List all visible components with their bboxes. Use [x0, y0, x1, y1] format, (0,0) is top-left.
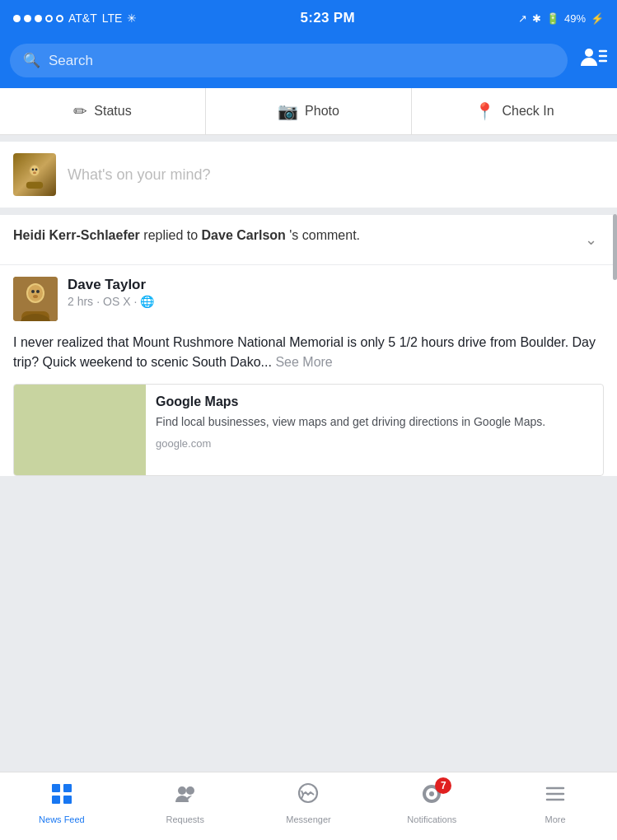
requests-label: Requests [166, 814, 203, 824]
svg-rect-19 [63, 784, 72, 792]
svg-point-6 [32, 169, 35, 171]
sync-icon: ✳ [127, 12, 137, 25]
more-label: More [545, 814, 566, 824]
post-body: I never realized that Mount Rushmore Nat… [0, 329, 617, 384]
location-icon: ↗ [518, 12, 527, 25]
notification-text: Heidi Kerr-Schlaefer replied to Dave Car… [13, 226, 577, 245]
friends-icon[interactable] [577, 43, 607, 78]
link-preview-content: Google Maps Find local businesses, view … [146, 385, 603, 475]
notif-action: replied to [143, 228, 201, 242]
dot4 [45, 15, 53, 22]
divider-top [0, 135, 617, 142]
svg-point-23 [186, 786, 194, 795]
link-title: Google Maps [156, 394, 593, 409]
status-left: AT&T LTE ✳ [13, 12, 137, 25]
photo-icon: 📷 [278, 101, 298, 121]
news-feed-label: News Feed [39, 814, 85, 824]
svg-point-8 [33, 172, 36, 175]
notifications-badge: 7 [435, 777, 451, 794]
svg-point-0 [585, 49, 593, 57]
divider-mid [0, 208, 617, 214]
bottom-nav: News Feed Requests Messenger [0, 772, 617, 840]
post-card: Dave Taylor 2 hrs · OS X · 🌐 I never rea… [0, 265, 617, 476]
carrier-label: AT&T [68, 12, 97, 25]
nav-item-news-feed[interactable]: News Feed [0, 772, 124, 840]
dot1 [13, 15, 21, 22]
time-display: 5:23 PM [301, 10, 355, 26]
nav-item-more[interactable]: More [493, 772, 617, 840]
dot-sep1: · [96, 295, 100, 308]
dot-sep2: · [133, 295, 137, 308]
requests-icon [174, 782, 197, 811]
scrollbar-thumb[interactable] [613, 214, 617, 280]
notif-rest: 's comment. [289, 228, 360, 242]
post-header: Dave Taylor 2 hrs · OS X · 🌐 [0, 265, 617, 329]
status-label: Status [94, 104, 131, 119]
svg-point-7 [35, 169, 38, 171]
dot3 [35, 15, 42, 22]
composer-placeholder: What's on your mind? [68, 166, 211, 184]
notifications-badge-container: 7 [420, 782, 443, 811]
svg-rect-9 [26, 182, 43, 189]
svg-rect-18 [52, 784, 60, 792]
post-author-name[interactable]: Dave Taylor [68, 277, 604, 293]
action-bar: ✏ Status 📷 Photo 📍 Check In [0, 88, 617, 135]
search-bar[interactable]: 🔍 Search [10, 44, 568, 77]
news-feed-icon [50, 782, 73, 811]
svg-point-14 [36, 290, 40, 293]
post-via: OS X [103, 295, 130, 308]
post-meta: Dave Taylor 2 hrs · OS X · 🌐 [68, 277, 604, 308]
bluetooth-icon: ✱ [532, 12, 541, 25]
more-icon [544, 782, 567, 811]
battery-icon: 🔋 [546, 12, 559, 25]
search-placeholder: Search [49, 53, 93, 69]
status-right: ↗ ✱ 🔋 49% ⚡ [518, 12, 604, 25]
link-preview-image [14, 385, 146, 475]
messenger-icon [297, 782, 320, 811]
svg-point-12 [28, 285, 43, 301]
app-header: 🔍 Search [0, 36, 617, 88]
svg-point-27 [429, 791, 434, 796]
post-sub-info: 2 hrs · OS X · 🌐 [68, 295, 604, 308]
privacy-icon: 🌐 [140, 295, 154, 308]
network-label: LTE [102, 12, 123, 25]
nav-item-messenger[interactable]: Messenger [247, 772, 371, 840]
photo-label: Photo [305, 104, 339, 119]
link-domain: google.com [156, 437, 593, 450]
dot2 [24, 15, 31, 22]
nav-item-notifications[interactable]: 7 Notifications [370, 772, 493, 840]
svg-rect-20 [52, 796, 60, 804]
nav-item-requests[interactable]: Requests [124, 772, 247, 840]
notification-bar[interactable]: Heidi Kerr-Schlaefer replied to Dave Car… [0, 214, 617, 265]
post-time: 2 hrs [68, 295, 93, 308]
status-icon: ✏ [73, 101, 87, 121]
link-preview[interactable]: Google Maps Find local businesses, view … [13, 384, 604, 476]
see-more-link[interactable]: See More [275, 355, 332, 369]
link-description: Find local businesses, view maps and get… [156, 414, 593, 431]
status-bar: AT&T LTE ✳ 5:23 PM ↗ ✱ 🔋 49% ⚡ [0, 0, 617, 36]
svg-point-15 [33, 295, 38, 298]
svg-point-22 [178, 786, 186, 795]
user-avatar [13, 153, 56, 196]
chevron-down-icon[interactable]: ⌄ [577, 226, 604, 253]
status-button[interactable]: ✏ Status [0, 88, 205, 134]
checkin-icon: 📍 [474, 101, 495, 121]
post-composer[interactable]: What's on your mind? [0, 142, 617, 208]
search-icon: 🔍 [23, 52, 40, 69]
checkin-button[interactable]: 📍 Check In [411, 88, 617, 134]
photo-button[interactable]: 📷 Photo [205, 88, 411, 134]
post-author-avatar[interactable] [13, 277, 58, 321]
messenger-label: Messenger [286, 814, 330, 824]
dot5 [56, 15, 63, 22]
notifications-label: Notifications [407, 814, 456, 824]
charging-icon: ⚡ [591, 12, 604, 25]
signal-dots [13, 15, 63, 22]
svg-rect-21 [63, 796, 72, 804]
notif-person1: Heidi Kerr-Schlaefer [13, 228, 140, 242]
svg-point-5 [30, 166, 40, 175]
checkin-label: Check In [502, 104, 554, 119]
battery-percent: 49% [564, 12, 586, 25]
notif-person2: Dave Carlson [202, 228, 286, 242]
svg-point-13 [31, 290, 35, 293]
